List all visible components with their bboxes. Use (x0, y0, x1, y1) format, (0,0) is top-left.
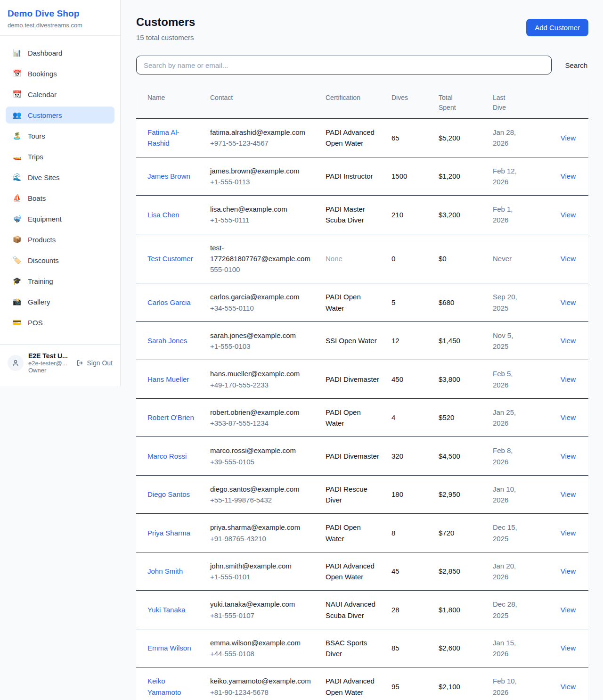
customer-certification: SSI Open Water (326, 337, 377, 345)
table-row: Marco Rossi marco.rossi@example.com +39-… (136, 437, 588, 476)
sidebar-item[interactable]: 🏝️ Tours (6, 127, 114, 144)
customer-name-link[interactable]: Marco Rossi (147, 452, 187, 460)
sidebar-item[interactable]: 🌊 Dive Sites (6, 169, 114, 186)
sidebar-item[interactable]: 📊 Dashboard (6, 44, 114, 61)
user-name: E2E Test U... (28, 352, 72, 360)
sidebar-item-label: Discounts (28, 256, 59, 264)
page-header-text: Customers 15 total customers (136, 16, 195, 41)
customer-total-spent: $520 (439, 413, 454, 421)
customer-name-link[interactable]: Yuki Tanaka (147, 606, 186, 614)
customer-name-link[interactable]: Test Customer (147, 255, 193, 263)
view-customer-link[interactable]: View (561, 606, 576, 614)
search-input[interactable] (136, 56, 552, 74)
sidebar-item[interactable]: 📸 Gallery (6, 293, 114, 310)
customer-phone: +91-98765-43210 (210, 533, 314, 544)
shop-header: Demo Dive Shop demo.test.divestreams.com (0, 0, 120, 36)
customer-certification: PADI Instructor (326, 172, 373, 180)
customer-name-link[interactable]: Priya Sharma (147, 529, 190, 537)
search-button[interactable]: Search (564, 58, 588, 72)
customer-email: emma.wilson@example.com (210, 637, 314, 648)
customer-dives: 0 (391, 255, 395, 263)
table-row: Lisa Chen lisa.chen@example.com +1-555-0… (136, 196, 588, 234)
sidebar-item[interactable]: 🎓 Training (6, 272, 114, 289)
sidebar-item[interactable]: ⛵ Boats (6, 189, 114, 206)
customer-certification: PADI Divemaster (326, 452, 379, 460)
sidebar-item-label: Bookings (28, 70, 57, 78)
customer-dives: 4 (391, 413, 395, 421)
sidebar-item[interactable]: 👥 Customers (6, 107, 114, 124)
table-row: Emma Wilson emma.wilson@example.com +44-… (136, 629, 588, 667)
view-customer-link[interactable]: View (561, 337, 576, 345)
view-customer-link[interactable]: View (561, 172, 576, 180)
customer-total-spent: $3,200 (439, 211, 460, 219)
view-customer-link[interactable]: View (561, 211, 576, 219)
view-customer-link[interactable]: View (561, 134, 576, 142)
sidebar-item[interactable]: 🏷️ Discounts (6, 252, 114, 269)
search-row: Search (136, 56, 588, 74)
customer-name-link[interactable]: Keiko Yamamoto (147, 677, 181, 696)
sidebar-item-label: Boats (28, 194, 46, 202)
customer-name-link[interactable]: Fatima Al-Rashid (147, 128, 179, 147)
view-customer-link[interactable]: View (561, 567, 576, 575)
customer-name-link[interactable]: Hans Mueller (147, 375, 189, 383)
customer-certification: None (326, 255, 342, 263)
customer-name-link[interactable]: Carlos Garcia (147, 298, 191, 306)
sidebar-item-label: Trips (28, 153, 43, 161)
page-header: Customers 15 total customers Add Custome… (136, 16, 588, 41)
add-customer-button[interactable]: Add Customer (526, 19, 588, 36)
customer-total-spent: $1,200 (439, 172, 460, 180)
customer-certification: PADI Open Water (326, 293, 361, 312)
sidebar-item[interactable]: 🚤 Trips (6, 148, 114, 165)
customer-last-dive: Jan 25, 2026 (493, 408, 516, 427)
customer-total-spent: $680 (439, 298, 454, 306)
user-meta: E2E Test U... e2e-tester@... Owner (28, 352, 72, 374)
view-customer-link[interactable]: View (561, 255, 576, 263)
view-customer-link[interactable]: View (561, 644, 576, 652)
customer-email: hans.mueller@example.com (210, 368, 314, 379)
dashboard-icon: 📊 (12, 49, 22, 57)
customer-last-dive: Feb 10, 2026 (493, 677, 517, 696)
customer-total-spent: $5,200 (439, 134, 460, 142)
sidebar-item[interactable]: 📅 Bookings (6, 65, 114, 82)
customer-name-link[interactable]: Diego Santos (147, 490, 190, 498)
customer-phone: 555-0100 (210, 264, 314, 275)
customer-phone: +1-555-0113 (210, 176, 314, 187)
view-customer-link[interactable]: View (561, 375, 576, 383)
column-header: Certification (320, 87, 386, 119)
sidebar-item-label: Calendar (28, 91, 57, 99)
customer-dives: 65 (391, 134, 399, 142)
customer-name-link[interactable]: Lisa Chen (147, 211, 179, 219)
customer-name-link[interactable]: Emma Wilson (147, 644, 191, 652)
view-customer-link[interactable]: View (561, 413, 576, 421)
sidebar-item[interactable]: 💳 POS (6, 314, 114, 331)
customer-name-link[interactable]: Robert O'Brien (147, 413, 194, 421)
customer-last-dive: Jan 20, 2026 (493, 562, 516, 581)
sign-out-button[interactable]: Sign Out (76, 359, 114, 367)
view-customer-link[interactable]: View (561, 452, 576, 460)
customer-last-dive: Jan 28, 2026 (493, 128, 516, 147)
view-customer-link[interactable]: View (561, 490, 576, 498)
view-customer-link[interactable]: View (561, 298, 576, 306)
customer-last-dive: Dec 15, 2025 (493, 523, 517, 542)
view-customer-link[interactable]: View (561, 529, 576, 537)
customer-phone: +353-87-555-1234 (210, 418, 314, 428)
customer-phone: +1-555-0111 (210, 214, 314, 225)
bookings-icon: 📅 (12, 69, 22, 78)
customer-name-link[interactable]: Sarah Jones (147, 337, 187, 345)
table-row: Robert O'Brien robert.obrien@example.com… (136, 398, 588, 437)
customer-name-link[interactable]: John Smith (147, 567, 183, 575)
customer-dives: 45 (391, 567, 399, 575)
view-customer-link[interactable]: View (561, 683, 576, 691)
customer-certification: PADI Rescue Diver (326, 485, 367, 504)
table-row: John Smith john.smith@example.com +1-555… (136, 552, 588, 591)
customer-email: james.brown@example.com (210, 165, 314, 176)
customer-dives: 180 (391, 490, 403, 498)
customer-email: sarah.jones@example.com (210, 330, 314, 341)
customer-last-dive: Jan 15, 2026 (493, 639, 516, 658)
sidebar-item[interactable]: 🤿 Equipment (6, 210, 114, 227)
sidebar-item[interactable]: 📆 Calendar (6, 86, 114, 103)
tours-icon: 🏝️ (12, 132, 22, 140)
sidebar-item[interactable]: 📦 Products (6, 231, 114, 248)
customer-phone: +81-555-0107 (210, 610, 314, 621)
customer-name-link[interactable]: James Brown (147, 172, 190, 180)
